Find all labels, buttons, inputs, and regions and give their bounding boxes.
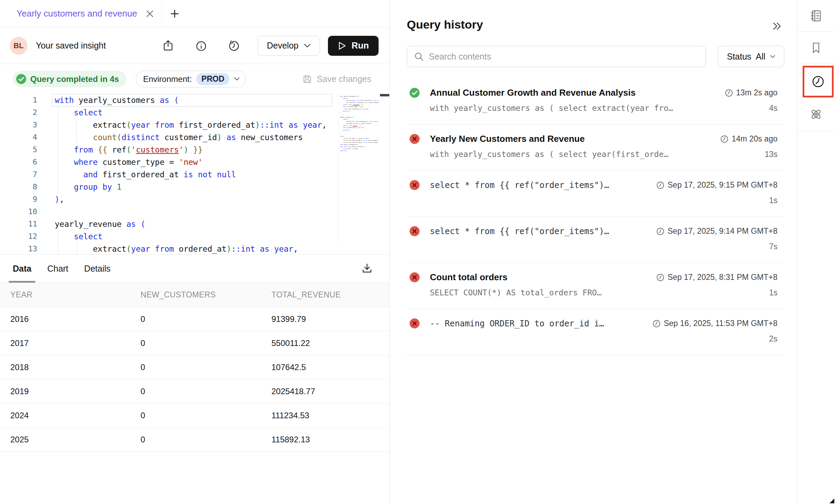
info-button[interactable] (194, 38, 209, 53)
error-status-icon (409, 134, 420, 144)
table-row[interactable]: 20180107642.5 (0, 355, 389, 379)
history-item-duration: 1s (769, 288, 777, 297)
code-line[interactable]: group by 1 (0, 181, 338, 193)
tab-yearly-customers-and-revenue[interactable]: Yearly customers and revenue (0, 0, 162, 27)
info-icon (195, 39, 208, 52)
indent-guide (76, 119, 77, 131)
success-status-icon (409, 87, 420, 98)
clock-icon (720, 135, 729, 143)
history-item-query-preview (430, 242, 762, 251)
indent-guide (58, 131, 58, 144)
table-row[interactable]: 20250115892.13 (0, 428, 389, 452)
history-item-time: 13m 2s ago (725, 88, 777, 97)
table-row[interactable]: 20240111234.53 (0, 403, 389, 428)
version-history-button[interactable] (227, 38, 242, 53)
plus-icon (169, 8, 180, 19)
query-status-text: Query completed in 4s (30, 74, 119, 84)
history-list: Annual Customer Growth and Revenue Analy… (407, 78, 784, 355)
status-filter-dropdown[interactable]: Status All (718, 46, 784, 67)
table-row[interactable]: 2016091399.79 (0, 307, 389, 331)
chevron-down-icon (304, 43, 311, 48)
indent-guide (58, 168, 58, 181)
close-icon[interactable] (145, 9, 154, 18)
table-cell: 115892.13 (271, 435, 389, 444)
insight-toolbar: BL Your saved insight (0, 28, 389, 64)
code-line[interactable]: with yearly_customers as ( (0, 94, 338, 106)
results-tab-data[interactable]: Data (13, 255, 31, 283)
table-cell: 0 (141, 338, 271, 348)
collapse-panel-button[interactable] (769, 19, 784, 33)
code-line[interactable]: yearly_revenue as ( (0, 218, 338, 230)
save-changes-label: Save changes (317, 74, 371, 84)
mouse-cursor (829, 498, 835, 504)
right-rail (797, 0, 835, 504)
table-cell: 0 (141, 314, 271, 324)
save-icon (302, 74, 312, 84)
table-cell: 0 (141, 387, 271, 396)
clock-icon (656, 273, 664, 282)
results-tab-details[interactable]: Details (84, 255, 110, 283)
clock-icon (725, 89, 733, 97)
history-item[interactable]: select * from {{ ref("order_items")…Sep … (407, 217, 784, 263)
error-status-icon (409, 318, 420, 329)
editor-minimap[interactable]: with yearly_customers as ( select extrac… (338, 94, 379, 245)
results-tab-chart[interactable]: Chart (47, 255, 68, 283)
code-line[interactable]: extract(year from ordered_at)::int as ye… (0, 243, 338, 254)
history-item[interactable]: select * from {{ ref("order_items")…Sep … (407, 171, 784, 217)
run-button[interactable]: Run (328, 36, 379, 56)
rail-item-notebook[interactable] (797, 0, 835, 32)
history-item-duration: 1s (769, 196, 777, 205)
table-header: YEARNEW_CUSTOMERSTOTAL_REVENUE (0, 283, 389, 307)
history-item-query-preview: with yearly_customers as ( select year(f… (430, 150, 758, 159)
code-line[interactable]: count(distinct customer_id) as new_custo… (0, 131, 338, 144)
table-row[interactable]: 20170550011.22 (0, 331, 389, 355)
table-cell: 91399.79 (271, 314, 389, 324)
clock-icon (656, 181, 664, 189)
code-line[interactable]: and first_ordered_at is not null (0, 168, 338, 181)
history-item[interactable]: -- Renaming ORDER_ID to order_id i…Sep 1… (407, 309, 784, 355)
history-item-title: select * from {{ ref("order_items")… (430, 180, 649, 190)
save-changes-button[interactable]: Save changes (302, 74, 371, 84)
history-item-query-preview (430, 334, 762, 344)
code-line[interactable]: extract(year from first_ordered_at)::int… (0, 119, 338, 131)
rail-item-query-history[interactable] (797, 64, 835, 97)
download-results-button[interactable] (361, 255, 373, 283)
history-item-time: Sep 16, 2025, 11:53 PM GMT+8 (652, 319, 777, 328)
rail-item-bookmarks[interactable] (797, 32, 835, 64)
code-line[interactable]: select (0, 106, 338, 119)
indent-guide (58, 181, 58, 193)
code-area[interactable]: with yearly_customers as ( select extrac… (0, 94, 338, 254)
highlight-box (803, 66, 834, 97)
share-button[interactable] (161, 38, 176, 53)
develop-dropdown[interactable]: Develop (258, 36, 320, 56)
clock-icon (656, 227, 664, 235)
code-line[interactable]: where customer_type = 'new' (0, 156, 338, 168)
results-section: DataChartDetails YEARNEW_CUSTOMERSTOTAL_… (0, 254, 389, 452)
environment-label: Environment: (143, 74, 192, 84)
play-icon (338, 41, 347, 51)
table-cell: 2018 (10, 363, 141, 372)
editor-scrollbar[interactable] (380, 94, 389, 96)
indent-guide (58, 243, 58, 254)
environment-dropdown[interactable]: Environment: PROD (136, 71, 246, 87)
code-line[interactable]: select (0, 230, 338, 243)
insight-label: Your saved insight (36, 41, 106, 51)
table-cell: 2024 (10, 411, 141, 420)
history-item[interactable]: Yearly New Customers and Revenue14m 20s … (407, 125, 784, 171)
history-item[interactable]: Count total ordersSep 17, 2025, 8:31 PM … (407, 263, 784, 309)
history-controls: Status All (407, 46, 784, 67)
table-body: 2016091399.7920170550011.2220180107642.5… (0, 307, 389, 452)
sql-editor[interactable]: 1234567891011121314151617181920212223242… (0, 94, 389, 254)
tab-title: Yearly customers and revenue (17, 8, 137, 19)
table-cell: 0 (141, 411, 271, 420)
history-item[interactable]: Annual Customer Growth and Revenue Analy… (407, 78, 784, 125)
search-field[interactable] (407, 46, 706, 67)
code-line[interactable]: from {{ ref('customers') }} (0, 144, 338, 156)
new-tab-button[interactable] (162, 0, 187, 27)
code-line[interactable]: ), (0, 193, 338, 206)
search-input[interactable] (429, 52, 705, 62)
table-row[interactable]: 201902025418.77 (0, 379, 389, 403)
code-line[interactable] (0, 206, 338, 218)
rail-item-dbt[interactable] (797, 97, 835, 132)
chevron-down-icon (770, 55, 775, 59)
